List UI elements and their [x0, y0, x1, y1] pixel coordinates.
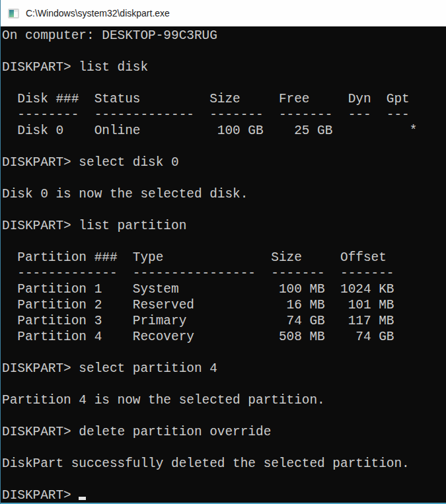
console-line: [2, 472, 446, 487]
console-line: DISKPART> list partition: [2, 218, 446, 234]
console-line: On computer: DESKTOP-99C3RUG: [2, 28, 446, 44]
console-line: DISKPART> list disk: [2, 59, 446, 75]
text-cursor: [79, 497, 86, 500]
console-line: [2, 75, 446, 91]
console-window: C:\Windows\system32\diskpart.exe On comp…: [0, 0, 446, 504]
partition-table-row: Partition 1 System 100 MB 1024 KB: [2, 281, 446, 297]
console-line: [2, 170, 446, 186]
console-line: DISKPART> delete partition override: [2, 424, 446, 440]
console-line: [2, 234, 446, 250]
console-line: [2, 408, 446, 424]
partition-table-row: Partition 4 Recovery 508 MB 74 GB: [2, 329, 446, 345]
disk-table-divider: -------- ------------- ------- ------- -…: [2, 107, 446, 123]
console-line: [2, 44, 446, 59]
console-line: [2, 440, 446, 456]
disk-table-header: Disk ### Status Size Free Dyn Gpt: [2, 91, 446, 107]
console-line: [2, 345, 446, 361]
console-line: Disk 0 is now the selected disk.: [2, 186, 446, 202]
console-line: [2, 377, 446, 392]
prompt-text: DISKPART>: [2, 488, 79, 503]
partition-table-header: Partition ### Type Size Offset: [2, 250, 446, 266]
partition-table-row: Partition 3 Primary 74 GB 117 MB: [2, 313, 446, 329]
console-line: Partition 4 is now the selected partitio…: [2, 392, 446, 408]
console-line: [2, 139, 446, 155]
window-title: C:\Windows\system32\diskpart.exe: [26, 8, 170, 18]
console-prompt-line[interactable]: DISKPART>: [2, 487, 446, 503]
console-line: DISKPART> select partition 4: [2, 361, 446, 377]
partition-table-divider: ------------- ---------------- ------- -…: [2, 266, 446, 281]
console-line: DiskPart successfully deleted the select…: [2, 456, 446, 472]
disk-table-row: Disk 0 Online 100 GB 25 GB *: [2, 123, 446, 139]
console-line: [2, 202, 446, 218]
partition-table-row: Partition 2 Reserved 16 MB 101 MB: [2, 297, 446, 313]
console-app-icon[interactable]: [8, 9, 19, 18]
console-line: DISKPART> select disk 0: [2, 155, 446, 170]
window-titlebar[interactable]: C:\Windows\system32\diskpart.exe: [1, 0, 446, 26]
console-screen[interactable]: On computer: DESKTOP-99C3RUG DISKPART> l…: [1, 26, 446, 504]
